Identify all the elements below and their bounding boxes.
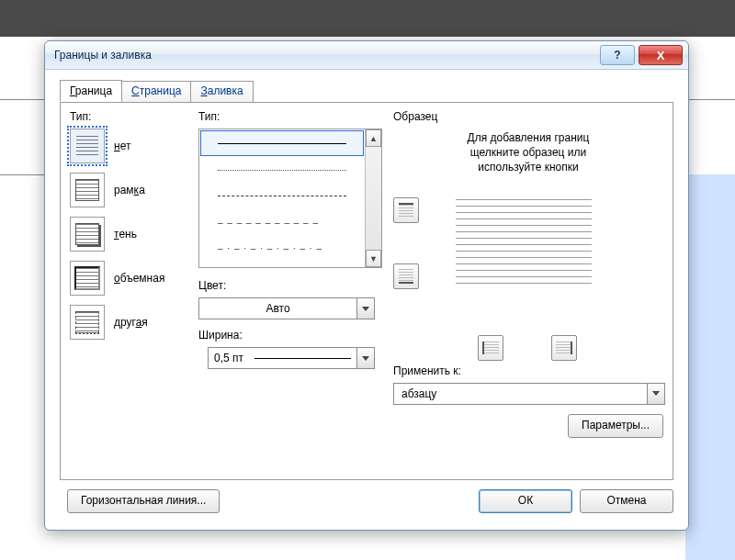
scrollbar[interactable]: ▲ ▼ [365,129,381,267]
tab-page[interactable]: Страница [121,81,191,103]
width-heading: Ширина: [198,329,382,342]
borders-shading-dialog: Границы и заливка ? X Граница Страница З… [44,40,689,531]
preset-3d-icon [70,261,105,296]
preset-none[interactable]: нет [70,129,189,163]
preview-box[interactable] [432,185,616,304]
tab-panel: Тип: нет рамка тень объемная [60,102,673,480]
chevron-down-icon [356,298,374,319]
apply-to-heading: Применить к: [393,364,663,377]
list-item[interactable] [199,157,365,183]
list-item[interactable] [200,130,364,156]
scroll-up-button[interactable]: ▲ [366,129,381,147]
preview-text-icon [456,199,592,289]
background-panel [685,174,735,560]
style-column: Тип: ▲ ▼ Цвет: [198,108,382,369]
help-button[interactable]: ? [600,45,635,65]
chevron-down-icon [356,348,374,368]
tab-border[interactable]: Граница [60,80,122,102]
color-heading: Цвет: [198,279,382,292]
tab-shading[interactable]: Заливка [190,81,253,103]
style-heading: Тип: [198,110,382,123]
edge-left-button[interactable] [478,335,503,361]
preview-column: Образец Для добавления границ щелкните о… [393,108,663,474]
edge-top-button[interactable] [393,197,419,223]
dialog-bottom-bar: Горизонтальная линия... ОК Отмена [60,487,673,515]
color-combo[interactable]: Авто [198,297,375,319]
list-item[interactable] [199,183,365,208]
edge-right-button[interactable] [551,335,577,361]
preset-custom[interactable]: другая [70,305,189,340]
setting-heading: Тип: [70,110,189,123]
background-ribbon [0,0,735,37]
list-item[interactable] [199,234,365,260]
preset-box-icon [70,173,105,207]
line-style-list[interactable]: ▲ ▼ [198,129,382,268]
preset-custom-icon [70,305,105,340]
cancel-button[interactable]: Отмена [580,489,673,513]
preset-box[interactable]: рамка [70,173,189,207]
preset-none-icon [70,129,105,163]
preview-area [393,185,663,350]
edge-bottom-button[interactable] [393,263,419,289]
horizontal-line-button[interactable]: Горизонтальная линия... [67,489,220,513]
preset-3d[interactable]: объемная [70,261,189,296]
list-item[interactable] [199,208,365,234]
close-button[interactable]: X [639,45,683,65]
width-combo[interactable]: 0,5 пт [208,347,375,369]
preset-shadow[interactable]: тень [70,217,189,252]
apply-to-combo[interactable]: абзацу [393,383,665,405]
titlebar: Границы и заливка ? X [45,41,688,70]
preset-shadow-icon [70,217,105,252]
preview-heading: Образец [393,110,663,123]
scroll-down-button[interactable]: ▼ [366,250,381,267]
chevron-down-icon [647,384,664,404]
setting-column: Тип: нет рамка тень объемная [70,108,189,349]
tabstrip: Граница Страница Заливка [60,80,253,102]
options-button[interactable]: Параметры... [568,414,663,438]
ok-button[interactable]: ОК [479,489,572,513]
preview-hint: Для добавления границ щелкните образец и… [402,130,654,175]
dialog-title: Границы и заливка [54,49,596,62]
